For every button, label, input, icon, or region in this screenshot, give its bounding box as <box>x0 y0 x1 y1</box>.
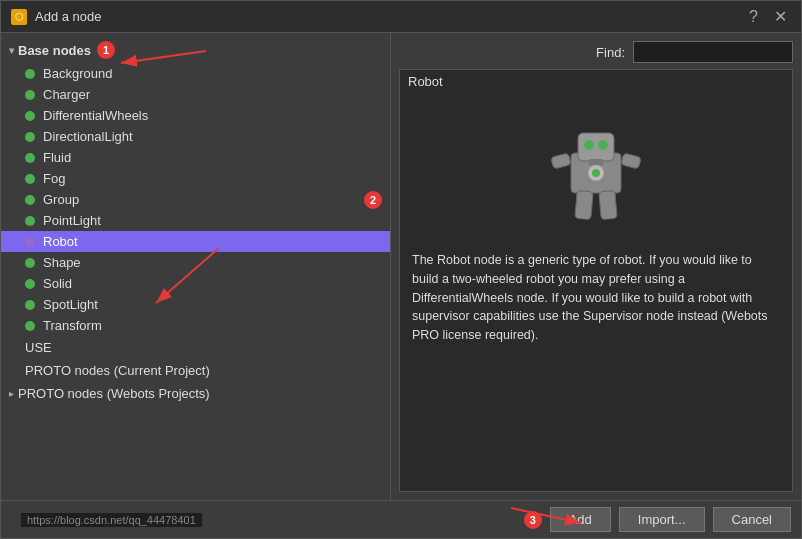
node-dot-icon <box>25 195 35 205</box>
preview-title: Robot <box>400 70 792 93</box>
node-item-solid[interactable]: Solid <box>1 273 390 294</box>
node-item-transform[interactable]: Transform <box>1 315 390 336</box>
node-dot-icon <box>25 153 35 163</box>
node-item-shape[interactable]: Shape <box>1 252 390 273</box>
node-item-background[interactable]: Background <box>1 63 390 84</box>
svg-rect-7 <box>575 190 593 219</box>
node-label: Transform <box>43 318 102 333</box>
node-dot-icon <box>25 279 35 289</box>
node-label: DirectionalLight <box>43 129 133 144</box>
node-dot-icon <box>25 90 35 100</box>
node-dot-icon <box>25 237 35 247</box>
node-item-spotlight[interactable]: SpotLight <box>1 294 390 315</box>
svg-point-2 <box>584 140 594 150</box>
svg-point-3 <box>598 140 608 150</box>
svg-rect-8 <box>599 190 617 219</box>
node-label: Background <box>43 66 112 81</box>
window-title: Add a node <box>35 9 102 24</box>
app-icon: ⬡ <box>11 9 27 25</box>
annotation-badge-3: 3 <box>524 511 542 529</box>
find-input[interactable] <box>633 41 793 63</box>
svg-rect-6 <box>621 153 641 169</box>
node-item-charger[interactable]: Charger <box>1 84 390 105</box>
robot-illustration <box>536 103 656 233</box>
use-section[interactable]: USE <box>1 336 390 359</box>
node-tree: ▾ Base nodes 1 Background Charger Differ… <box>1 33 391 500</box>
node-dot-icon <box>25 216 35 226</box>
close-button[interactable]: ✕ <box>770 7 791 27</box>
svg-rect-4 <box>589 159 603 165</box>
chevron-icon: ▾ <box>9 45 14 56</box>
base-nodes-header[interactable]: ▾ Base nodes 1 <box>1 37 390 63</box>
help-button[interactable]: ? <box>745 7 762 27</box>
node-dot-icon <box>25 174 35 184</box>
node-dot-icon <box>25 132 35 142</box>
node-label: Robot <box>43 234 78 249</box>
proto-current-label: PROTO nodes (Current Project) <box>25 363 210 378</box>
node-label: Shape <box>43 255 81 270</box>
node-dot-icon <box>25 258 35 268</box>
svg-rect-1 <box>578 133 614 161</box>
annotation-badge-1: 1 <box>97 41 115 59</box>
node-dot-icon <box>25 111 35 121</box>
preview-area: Robot <box>399 69 793 492</box>
add-button[interactable]: Add <box>550 507 611 532</box>
node-item-group[interactable]: Group 2 <box>1 189 390 210</box>
node-label: Group <box>43 192 79 207</box>
node-label: Fluid <box>43 150 71 165</box>
find-label: Find: <box>596 45 625 60</box>
use-label: USE <box>25 340 52 355</box>
node-item-differentialwheels[interactable]: DifferentialWheels <box>1 105 390 126</box>
annotation-badge-2: 2 <box>364 191 382 209</box>
node-label: Solid <box>43 276 72 291</box>
node-dot-icon <box>25 69 35 79</box>
node-label: Fog <box>43 171 65 186</box>
find-bar: Find: <box>399 41 793 63</box>
proto-webots-section[interactable]: ▸ PROTO nodes (Webots Projects) <box>1 382 390 405</box>
node-label: Charger <box>43 87 90 102</box>
base-nodes-label: Base nodes <box>18 43 91 58</box>
proto-current-section[interactable]: PROTO nodes (Current Project) <box>1 359 390 382</box>
node-item-fog[interactable]: Fog <box>1 168 390 189</box>
right-panel: Find: Robot <box>391 33 801 500</box>
watermark: https://blog.csdn.net/qq_44478401 <box>21 513 202 527</box>
chevron-right-icon: ▸ <box>9 388 14 399</box>
node-item-pointlight[interactable]: PointLight <box>1 210 390 231</box>
node-item-fluid[interactable]: Fluid <box>1 147 390 168</box>
node-dot-icon <box>25 300 35 310</box>
description-text: The Robot node is a generic type of robo… <box>400 243 792 491</box>
node-item-robot[interactable]: Robot <box>1 231 390 252</box>
bottom-bar: https://blog.csdn.net/qq_44478401 3 Add … <box>1 500 801 538</box>
node-item-directionallight[interactable]: DirectionalLight <box>1 126 390 147</box>
node-label: DifferentialWheels <box>43 108 148 123</box>
robot-image-area <box>400 93 792 243</box>
import-button[interactable]: Import... <box>619 507 705 532</box>
node-dot-icon <box>25 321 35 331</box>
title-bar: ⬡ Add a node ? ✕ <box>1 1 801 33</box>
svg-rect-5 <box>551 153 571 169</box>
svg-point-10 <box>592 169 600 177</box>
cancel-button[interactable]: Cancel <box>713 507 791 532</box>
proto-webots-label: PROTO nodes (Webots Projects) <box>18 386 210 401</box>
node-label: SpotLight <box>43 297 98 312</box>
node-label: PointLight <box>43 213 101 228</box>
